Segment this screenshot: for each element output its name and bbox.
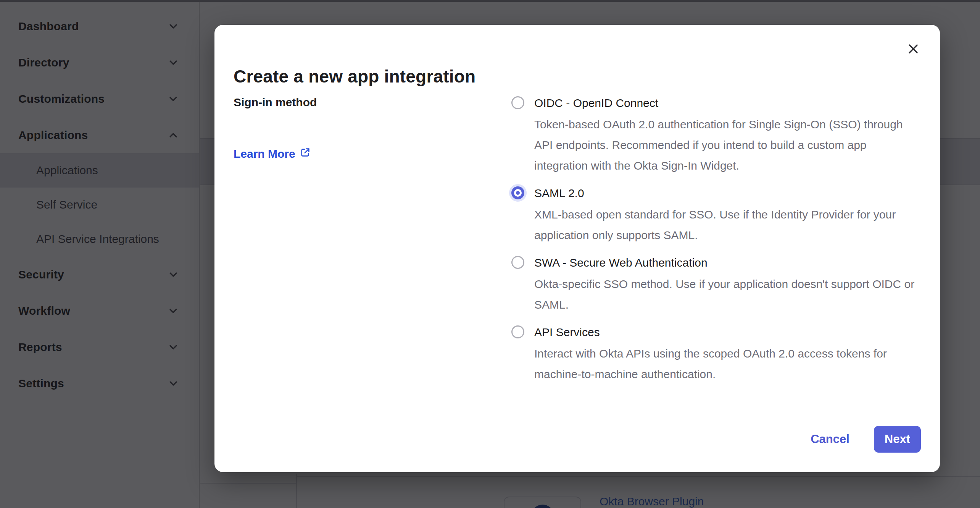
option-api-services: API Services Interact with Okta APIs usi… bbox=[511, 324, 925, 385]
learn-more-link[interactable]: Learn More bbox=[234, 147, 311, 160]
external-link-icon bbox=[300, 147, 311, 160]
radio-api-services[interactable] bbox=[511, 325, 524, 338]
radio-swa[interactable] bbox=[511, 256, 524, 269]
option-label[interactable]: SAML 2.0 bbox=[534, 184, 916, 202]
option-saml: SAML 2.0 XML-based open standard for SSO… bbox=[511, 184, 925, 246]
option-oidc: OIDC - OpenID Connect Token-based OAuth … bbox=[511, 94, 925, 176]
sign-in-method-options: OIDC - OpenID Connect Token-based OAuth … bbox=[511, 94, 925, 393]
option-label[interactable]: API Services bbox=[534, 324, 916, 341]
cancel-button[interactable]: Cancel bbox=[811, 432, 849, 446]
option-label[interactable]: OIDC - OpenID Connect bbox=[534, 94, 916, 112]
sign-in-method-label: Sign-in method bbox=[234, 96, 317, 109]
create-app-integration-modal: Create a new app integration Sign-in met… bbox=[214, 25, 940, 472]
modal-title: Create a new app integration bbox=[234, 66, 475, 87]
option-swa: SWA - Secure Web Authentication Okta-spe… bbox=[511, 254, 925, 315]
option-description: Token-based OAuth 2.0 authentication for… bbox=[534, 114, 916, 176]
close-icon bbox=[906, 42, 920, 57]
close-button[interactable] bbox=[903, 39, 923, 59]
option-label[interactable]: SWA - Secure Web Authentication bbox=[534, 254, 916, 272]
radio-oidc[interactable] bbox=[511, 96, 524, 109]
option-description: XML-based open standard for SSO. Use if … bbox=[534, 204, 916, 246]
next-button[interactable]: Next bbox=[874, 426, 921, 453]
option-description: Interact with Okta APIs using the scoped… bbox=[534, 343, 916, 385]
modal-footer: Cancel Next bbox=[811, 426, 921, 453]
radio-saml-selected[interactable] bbox=[511, 186, 524, 199]
learn-more-label: Learn More bbox=[234, 147, 295, 160]
option-description: Okta-specific SSO method. Use if your ap… bbox=[534, 274, 916, 315]
